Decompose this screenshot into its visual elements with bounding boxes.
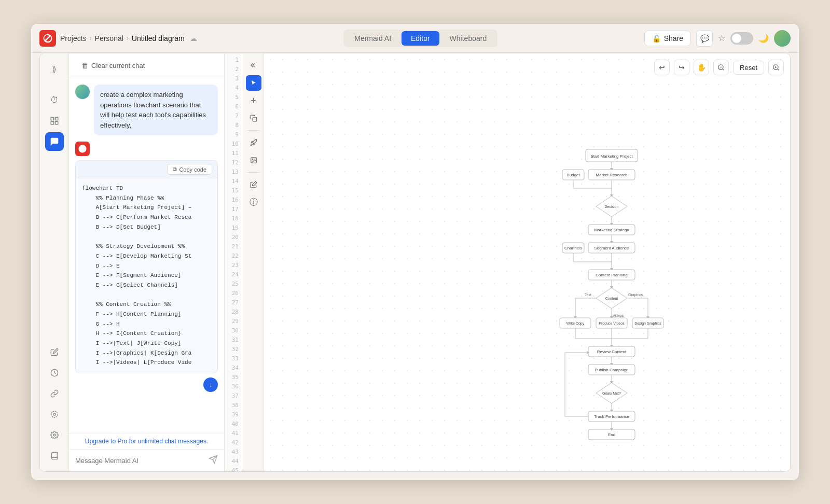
sidebar-item-chat[interactable] (45, 132, 64, 151)
canvas-toolbar: ↩ ↪ ✋ Reset (654, 60, 784, 75)
svg-point-12 (252, 159, 253, 160)
copy-icon: ⧉ (173, 166, 177, 173)
upgrade-notice[interactable]: Upgrade to Pro for unlimited chat messag… (69, 433, 224, 449)
tab-whiteboard[interactable]: Whiteboard (440, 31, 496, 46)
theme-toggle[interactable] (730, 32, 753, 45)
tool-expand[interactable] (246, 58, 261, 73)
svg-text:Design Graphics: Design Graphics (634, 321, 661, 326)
user-message: create a complex marketing operations fl… (75, 85, 218, 135)
chat-input[interactable] (75, 457, 204, 465)
user-avatar-chat (75, 85, 90, 99)
svg-text:Marketing Strategy: Marketing Strategy (594, 228, 629, 232)
chat-messages: create a complex marketing operations fl… (69, 78, 224, 433)
svg-text:Content: Content (605, 297, 618, 300)
header: Projects › Personal › Untitled diagram ☁… (31, 24, 799, 53)
svg-text:Channels: Channels (564, 246, 582, 250)
chat-input-area (69, 449, 224, 471)
breadcrumb: Projects › Personal › Untitled diagram ☁ (60, 34, 197, 43)
svg-line-15 (723, 69, 724, 71)
share-button[interactable]: 🔒 Share (644, 31, 691, 46)
svg-rect-10 (253, 117, 257, 121)
svg-text:Review Content: Review Content (597, 349, 627, 354)
user-avatar[interactable] (774, 30, 791, 47)
svg-text:Budget: Budget (566, 173, 580, 177)
zoom-out-button[interactable] (713, 60, 729, 75)
svg-text:Decision: Decision (605, 205, 619, 208)
sidebar-item-clock[interactable] (45, 363, 64, 382)
search-zoom-button[interactable] (768, 60, 784, 75)
breadcrumb-personal[interactable]: Personal (95, 34, 123, 43)
user-bubble: create a complex marketing operations fl… (94, 85, 218, 135)
header-tabs: Mermaid AI Editor Whiteboard (201, 30, 640, 47)
svg-rect-1 (55, 117, 58, 120)
svg-rect-3 (55, 122, 58, 124)
svg-text:Track Performance: Track Performance (594, 414, 629, 419)
chat-header: 🗑 Clear current chat (69, 53, 224, 78)
sidebar-item-expand[interactable]: ⟫ (45, 60, 64, 78)
svg-text:Start Marketing Project: Start Marketing Project (590, 154, 633, 159)
lock-icon: 🔒 (652, 34, 661, 43)
svg-point-6 (51, 411, 58, 417)
ai-logo (75, 142, 90, 156)
svg-point-5 (53, 413, 56, 415)
svg-line-18 (778, 69, 779, 71)
svg-text:Produce Videos: Produce Videos (599, 321, 625, 325)
copy-code-button[interactable]: ⧉ Copy code (167, 164, 212, 175)
moon-icon: 🌙 (758, 33, 769, 43)
clear-chat-button[interactable]: 🗑 Clear current chat (77, 60, 149, 72)
undo-button[interactable]: ↩ (654, 60, 670, 75)
redo-button[interactable]: ↪ (674, 60, 689, 75)
dot-grid (264, 53, 790, 471)
sidebar-item-book[interactable] (45, 446, 64, 465)
tool-pen[interactable] (246, 177, 261, 192)
tab-editor[interactable]: Editor (402, 31, 439, 46)
tool-rocket[interactable] (246, 135, 261, 150)
tool-duplicate[interactable] (246, 110, 261, 126)
breadcrumb-projects[interactable]: Projects (60, 34, 87, 43)
send-button[interactable] (209, 455, 218, 466)
tool-divider-2 (247, 172, 260, 173)
svg-text:Graphics: Graphics (628, 293, 643, 297)
svg-text:Publish Campaign: Publish Campaign (595, 368, 629, 372)
chat-panel: 🗑 Clear current chat create a complex ma… (69, 53, 225, 471)
toolbar-panel: + (243, 53, 264, 471)
main-layout: ⟫ ⏱ (39, 53, 791, 472)
breadcrumb-diagram[interactable]: Untitled diagram (132, 34, 185, 43)
ai-code-block: ⧉ Copy code flowchart TD %% Planning Pha… (75, 160, 218, 373)
tool-divider-1 (247, 130, 260, 131)
pan-button[interactable]: ✋ (694, 60, 709, 75)
svg-text:Text: Text (585, 293, 591, 297)
sidebar-item-link[interactable] (45, 384, 64, 403)
svg-rect-0 (51, 117, 53, 120)
sidebar-icons: ⟫ ⏱ (40, 53, 69, 471)
sidebar-item-plugin[interactable] (45, 405, 64, 424)
svg-rect-2 (51, 122, 53, 124)
svg-text:End: End (608, 432, 615, 437)
svg-text:Content Planning: Content Planning (596, 273, 627, 277)
header-actions: 🔒 Share 💬 ☆ 🌙 (644, 30, 791, 47)
star-icon: ☆ (718, 33, 725, 43)
comment-button[interactable]: 💬 (696, 30, 713, 47)
tool-info[interactable]: ⓘ (246, 194, 261, 210)
tool-add[interactable]: + (246, 93, 261, 108)
tab-mermaid-ai[interactable]: Mermaid AI (345, 31, 400, 46)
sidebar-item-edit[interactable] (45, 343, 64, 361)
code-content: flowchart TD %% Planning Phase %% A[Star… (76, 178, 217, 373)
app-window: Projects › Personal › Untitled diagram ☁… (31, 24, 799, 480)
svg-point-7 (53, 434, 56, 436)
sidebar-item-group[interactable] (45, 111, 64, 130)
sidebar-item-settings[interactable] (45, 426, 64, 444)
tab-group: Mermaid AI Editor Whiteboard (343, 30, 497, 47)
ai-message: ⧉ Copy code flowchart TD %% Planning Pha… (75, 142, 218, 392)
tool-select[interactable] (246, 75, 261, 91)
mermaid-logo (39, 30, 56, 47)
svg-text:Videos: Videos (613, 314, 624, 317)
reset-button[interactable]: Reset (733, 61, 764, 75)
tool-image[interactable] (246, 152, 261, 168)
trash-icon: 🗑 (81, 62, 88, 69)
svg-marker-13 (252, 181, 256, 186)
sidebar-item-history[interactable]: ⏱ (45, 91, 64, 109)
scroll-down-button[interactable]: ↓ (203, 377, 218, 392)
code-toolbar: ⧉ Copy code (76, 161, 217, 178)
svg-text:Segment Audience: Segment Audience (594, 246, 629, 250)
